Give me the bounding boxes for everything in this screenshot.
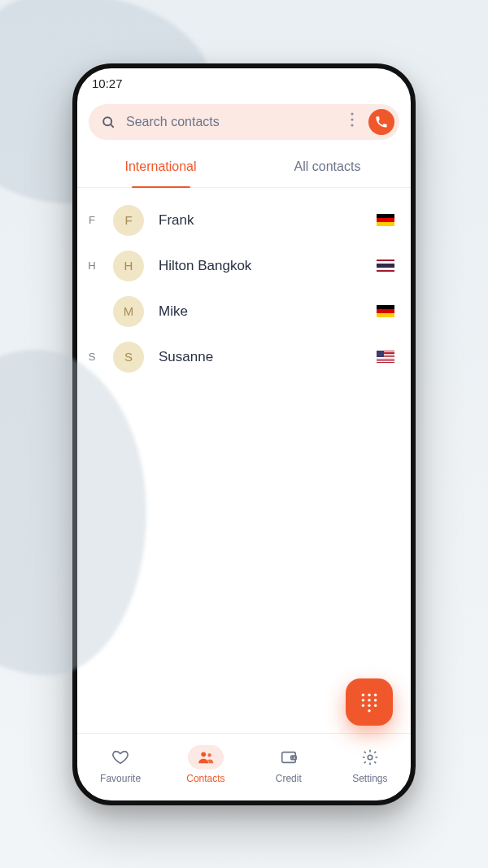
avatar: M [113, 296, 144, 327]
svg-point-0 [103, 117, 111, 125]
wallet-icon [271, 745, 307, 770]
svg-point-6 [368, 693, 370, 696]
status-bar: 10:27 [77, 68, 411, 99]
contact-name: Frank [159, 212, 368, 229]
nav-settings[interactable]: Settings [352, 745, 388, 784]
phone-frame: 10:27 Search contacts International [72, 63, 416, 805]
svg-point-13 [374, 704, 377, 706]
svg-point-12 [368, 704, 370, 706]
svg-point-5 [362, 693, 364, 696]
app-screen: 10:27 Search contacts International [77, 68, 411, 800]
index-letter: H [84, 260, 100, 272]
tab-international[interactable]: International [77, 146, 244, 187]
nav-label: Credit [276, 773, 302, 784]
svg-point-4 [351, 124, 353, 126]
search-input[interactable]: Search contacts [126, 115, 336, 129]
nav-label: Favourite [100, 773, 141, 784]
contact-name: Susanne [159, 349, 368, 365]
nav-credit[interactable]: Credit [271, 745, 307, 784]
index-letter: S [84, 351, 100, 363]
flag-icon [377, 351, 394, 363]
flag-icon [377, 214, 394, 226]
svg-point-15 [201, 752, 206, 757]
contact-row[interactable]: M Mike [77, 289, 411, 334]
nav-contacts[interactable]: Contacts [186, 745, 224, 784]
nav-favourite[interactable]: Favourite [100, 745, 141, 784]
contacts-icon [188, 745, 224, 770]
svg-point-8 [362, 699, 364, 701]
tabs: International All contacts [77, 146, 411, 188]
avatar: H [113, 251, 144, 281]
contact-row[interactable]: H H Hilton Bangkok [77, 243, 411, 289]
contact-row[interactable]: F F Frank [77, 198, 411, 243]
flag-icon [377, 260, 394, 272]
gear-icon [352, 745, 388, 770]
svg-point-20 [368, 755, 373, 760]
contact-name: Hilton Bangkok [159, 258, 368, 274]
svg-point-19 [292, 757, 294, 758]
svg-point-2 [351, 112, 353, 115]
svg-point-9 [368, 699, 370, 701]
search-bar-container: Search contacts [77, 99, 411, 140]
index-letter: F [84, 214, 100, 226]
svg-point-7 [374, 693, 377, 696]
status-time: 10:27 [92, 76, 123, 90]
svg-point-16 [207, 753, 211, 757]
heart-icon [102, 745, 138, 770]
tab-label: All contacts [294, 159, 361, 174]
contact-name: Mike [159, 303, 368, 320]
svg-point-10 [374, 699, 377, 701]
avatar: F [113, 205, 144, 236]
dialpad-fab[interactable] [346, 678, 393, 726]
more-options-icon[interactable] [346, 112, 359, 132]
flag-icon [377, 305, 394, 317]
nav-label: Settings [352, 773, 387, 784]
tab-label: International [124, 159, 196, 174]
svg-point-14 [368, 709, 370, 712]
tab-all-contacts[interactable]: All contacts [244, 146, 411, 187]
search-bar[interactable]: Search contacts [89, 104, 399, 140]
dialpad-icon [359, 691, 380, 713]
bottom-nav: Favourite Contacts Credit Settings [77, 733, 411, 800]
contact-row[interactable]: S S Susanne [77, 334, 411, 380]
svg-point-11 [362, 704, 364, 706]
contacts-list: F F Frank H H Hilton Bangkok M Mike S S … [77, 188, 411, 733]
svg-line-1 [111, 124, 114, 127]
svg-point-3 [351, 118, 353, 120]
avatar: S [113, 342, 144, 373]
call-button[interactable] [368, 109, 394, 135]
search-icon [100, 114, 116, 130]
nav-label: Contacts [186, 773, 224, 784]
